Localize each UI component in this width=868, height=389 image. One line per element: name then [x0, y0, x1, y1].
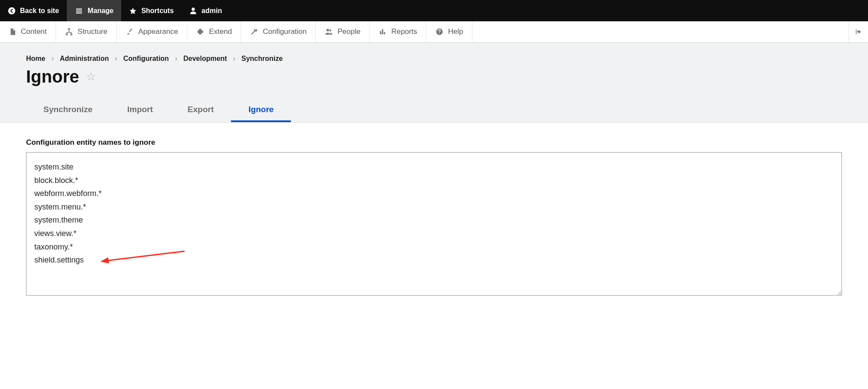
- manage-label: Manage: [88, 7, 114, 15]
- breadcrumb-item[interactable]: Home: [26, 55, 45, 63]
- page-header: Home › Administration › Configuration › …: [0, 43, 868, 123]
- tab-export[interactable]: Export: [170, 99, 231, 122]
- shortcuts-link[interactable]: Shortcuts: [121, 0, 182, 21]
- breadcrumb-separator: ›: [233, 55, 235, 63]
- favorite-star-icon[interactable]: ☆: [86, 70, 96, 83]
- admin-people-link[interactable]: People: [316, 21, 370, 42]
- user-icon: [189, 7, 197, 15]
- admin-structure-label: Structure: [78, 27, 108, 36]
- admin-configuration-link[interactable]: Configuration: [241, 21, 316, 42]
- breadcrumb: Home › Administration › Configuration › …: [26, 55, 842, 63]
- toolbar-spacer: [472, 21, 848, 42]
- breadcrumb-item[interactable]: Synchronize: [241, 55, 283, 63]
- admin-people-label: People: [337, 27, 360, 36]
- admin-extend-link[interactable]: Extend: [187, 21, 241, 42]
- back-to-site-label: Back to site: [20, 7, 59, 15]
- breadcrumb-separator: ›: [51, 55, 53, 63]
- field-label: Configuration entity names to ignore: [26, 138, 842, 147]
- hamburger-icon: [75, 7, 83, 15]
- admin-appearance-label: Appearance: [139, 27, 178, 36]
- breadcrumb-item[interactable]: Development: [183, 55, 227, 63]
- collapse-icon: [854, 28, 863, 36]
- back-icon: [8, 7, 16, 15]
- admin-appearance-link[interactable]: Appearance: [117, 21, 188, 42]
- back-to-site-link[interactable]: Back to site: [0, 0, 67, 21]
- tab-synchronize[interactable]: Synchronize: [26, 99, 110, 122]
- help-icon: [435, 28, 444, 36]
- admin-configuration-label: Configuration: [263, 27, 307, 36]
- people-icon: [324, 28, 333, 36]
- breadcrumb-item[interactable]: Administration: [60, 55, 109, 63]
- structure-icon: [65, 28, 73, 36]
- breadcrumb-separator: ›: [115, 55, 117, 63]
- admin-reports-label: Reports: [391, 27, 417, 36]
- page-title-row: Ignore ☆: [26, 67, 842, 86]
- svg-point-0: [8, 7, 16, 14]
- admin-extend-label: Extend: [209, 27, 232, 36]
- admin-structure-link[interactable]: Structure: [56, 21, 117, 42]
- toolbar-admin: Content Structure Appearance Extend Conf…: [0, 21, 868, 43]
- chart-icon: [378, 28, 387, 36]
- brush-icon: [125, 28, 134, 36]
- puzzle-icon: [196, 28, 205, 36]
- breadcrumb-separator: ›: [175, 55, 177, 63]
- admin-reports-link[interactable]: Reports: [370, 21, 426, 42]
- file-icon: [9, 28, 17, 36]
- star-icon: [129, 7, 137, 15]
- page-title: Ignore: [26, 67, 79, 86]
- user-link[interactable]: admin: [182, 0, 230, 21]
- main-content: Configuration entity names to ignore: [0, 123, 868, 313]
- admin-content-link[interactable]: Content: [0, 21, 56, 42]
- admin-help-link[interactable]: Help: [426, 21, 472, 42]
- toolbar-orientation-toggle[interactable]: [848, 21, 868, 42]
- tab-import[interactable]: Import: [110, 99, 170, 122]
- shortcuts-label: Shortcuts: [141, 7, 174, 15]
- admin-help-label: Help: [448, 27, 463, 36]
- breadcrumb-item[interactable]: Configuration: [123, 55, 169, 63]
- tab-ignore[interactable]: Ignore: [231, 99, 291, 122]
- wrench-icon: [250, 28, 258, 36]
- ignore-entities-textarea[interactable]: [26, 152, 842, 296]
- admin-content-label: Content: [21, 27, 47, 36]
- user-label: admin: [201, 7, 222, 15]
- manage-link[interactable]: Manage: [67, 0, 122, 21]
- toolbar-top: Back to site Manage Shortcuts admin: [0, 0, 868, 21]
- primary-tabs: Synchronize Import Export Ignore: [26, 99, 842, 122]
